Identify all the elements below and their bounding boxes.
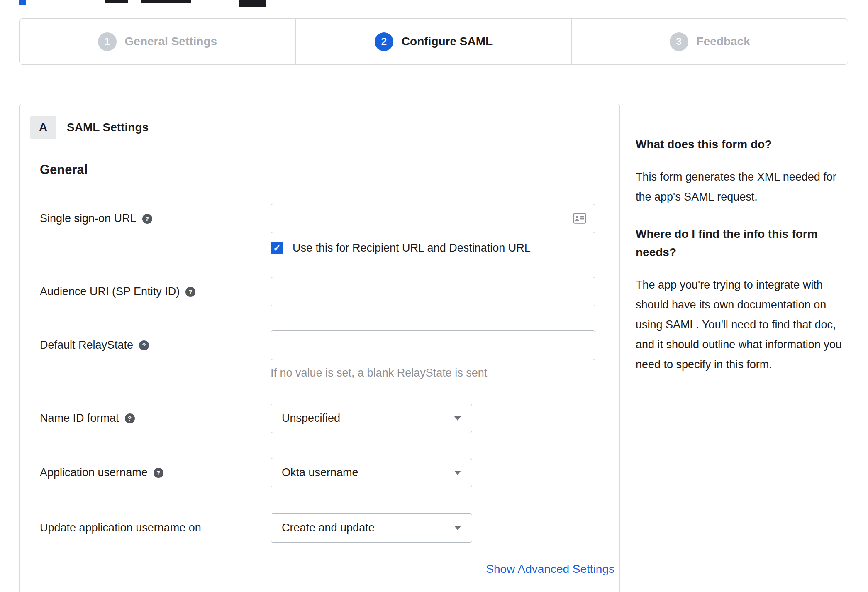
help-question-1: What does this form do?: [636, 135, 850, 154]
step-number-badge: 3: [670, 32, 688, 51]
clipped-title-fragment: [141, 0, 191, 3]
default-relaystate-input[interactable]: [271, 330, 595, 360]
help-icon[interactable]: ?: [185, 287, 195, 297]
step-feedback[interactable]: 3 Feedback: [571, 19, 848, 64]
update-username-label: Update application username on: [40, 521, 201, 534]
section-title: SAML Settings: [67, 121, 149, 134]
audience-uri-label: Audience URI (SP Entity ID): [40, 285, 180, 298]
name-id-format-label: Name ID format: [40, 412, 119, 425]
general-group-title: General: [40, 162, 619, 177]
chevron-down-icon: [454, 471, 461, 475]
clipped-logo-fragment: [19, 0, 26, 5]
help-answer-1: This form generates the XML needed for t…: [636, 167, 850, 207]
relaystate-hint: If no value is set, a blank RelayState i…: [271, 367, 619, 379]
help-question-2: Where do I find the info this form needs…: [636, 225, 850, 262]
chevron-down-icon: [454, 416, 461, 421]
show-advanced-settings-link[interactable]: Show Advanced Settings: [486, 563, 614, 575]
contact-card-icon[interactable]: [573, 213, 586, 225]
sso-url-label: Single sign-on URL: [40, 212, 137, 225]
update-username-value: Create and update: [282, 521, 375, 534]
saml-settings-panel: A SAML Settings General Single sign-on U…: [19, 104, 620, 592]
help-answer-2: The app you're trying to integrate with …: [636, 275, 850, 374]
step-number-badge: 2: [375, 32, 393, 51]
recipient-url-checkbox[interactable]: ✓: [271, 242, 283, 254]
step-configure-saml[interactable]: 2 Configure SAML: [295, 19, 572, 64]
help-sidebar: What does this form do? This form genera…: [636, 135, 850, 393]
application-username-select[interactable]: Okta username: [271, 458, 472, 487]
step-label: Feedback: [697, 35, 750, 48]
recipient-url-checkbox-label: Use this for Recipient URL and Destinati…: [293, 242, 531, 254]
help-icon[interactable]: ?: [139, 340, 149, 350]
sso-url-input[interactable]: [271, 204, 595, 233]
help-icon[interactable]: ?: [125, 413, 135, 423]
wizard-stepper: 1 General Settings 2 Configure SAML 3 Fe…: [19, 18, 848, 65]
section-a-badge: A: [30, 116, 56, 139]
help-icon[interactable]: ?: [154, 468, 163, 478]
default-relaystate-label: Default RelayState: [40, 339, 133, 352]
update-username-select[interactable]: Create and update: [271, 513, 472, 543]
audience-uri-input[interactable]: [271, 277, 595, 306]
application-username-value: Okta username: [282, 466, 358, 479]
step-label: Configure SAML: [402, 35, 493, 48]
chevron-down-icon: [454, 526, 461, 530]
step-number-badge: 1: [98, 32, 117, 51]
help-icon[interactable]: ?: [142, 214, 152, 224]
step-label: General Settings: [125, 35, 217, 48]
clipped-title-icon-fragment: [239, 0, 266, 7]
name-id-format-value: Unspecified: [282, 412, 340, 425]
name-id-format-select[interactable]: Unspecified: [271, 404, 472, 433]
clipped-title-fragment: [105, 0, 128, 3]
application-username-label: Application username: [40, 466, 148, 479]
step-general-settings[interactable]: 1 General Settings: [20, 19, 295, 64]
